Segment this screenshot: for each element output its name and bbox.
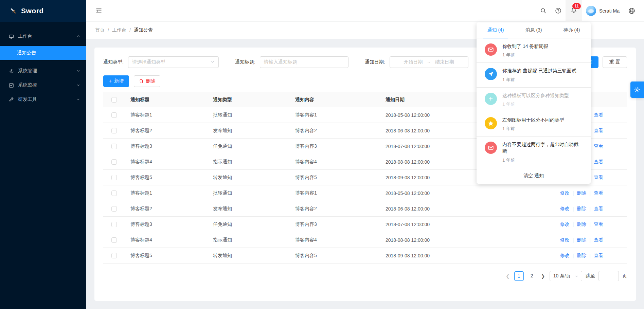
add-button[interactable]: + 新增 — [103, 75, 129, 87]
trash-icon — [139, 79, 144, 84]
row-actions: 修改|删除|查看 — [535, 237, 627, 243]
notification-bell-button[interactable]: 11 — [566, 0, 582, 22]
col-header-title: 通知标题 — [125, 97, 208, 103]
view-link[interactable]: 查看 — [594, 237, 603, 243]
row-checkbox[interactable] — [111, 159, 117, 165]
sidebar-item-workbench[interactable]: 工作台 — [0, 29, 86, 43]
delete-link[interactable]: 删除 — [577, 221, 586, 228]
cell-date: 2018-08-08 12:00:00 — [380, 237, 535, 243]
cell-title: 博客标题4 — [125, 237, 208, 243]
tab-notice[interactable]: 通知 (4) — [477, 22, 515, 38]
sidebar-item-system-mgmt[interactable]: 系统管理 — [0, 64, 86, 78]
date-start-placeholder: 开始日期 — [404, 59, 423, 65]
notification-title: 这种模板可以区分多种通知类型 — [502, 92, 569, 99]
jump-label: 跳至 — [586, 273, 595, 279]
title-label: 通知标题: — [235, 59, 255, 65]
type-select[interactable]: 请选择通知类型 — [128, 56, 219, 68]
view-link[interactable]: 查看 — [594, 128, 603, 134]
row-checkbox[interactable] — [111, 128, 117, 133]
notification-item[interactable]: 左侧图标用于区分不同的类型 1 年前 — [477, 112, 591, 137]
type-label: 通知类型: — [103, 59, 124, 65]
delete-link[interactable]: 删除 — [577, 190, 586, 196]
breadcrumb-workbench[interactable]: 工作台 — [112, 27, 126, 33]
chevron-down-icon — [76, 97, 80, 102]
notification-item[interactable]: 内容不要超过两行字，超出时自动截断 1 年前 — [477, 137, 591, 168]
sidebar-item-label: 通知公告 — [17, 50, 36, 56]
jump-page-input[interactable] — [598, 271, 619, 281]
cell-title: 博客标题3 — [125, 221, 208, 228]
delete-link[interactable]: 删除 — [577, 253, 586, 259]
tab-todo[interactable]: 待办 (4) — [553, 22, 591, 38]
view-link[interactable]: 查看 — [594, 159, 603, 165]
page-1-button[interactable]: 1 — [514, 271, 524, 281]
prev-page-icon[interactable]: ❮ — [505, 274, 511, 279]
theme-settings-button[interactable] — [630, 81, 644, 98]
notification-item[interactable]: 这种模板可以区分多种通知类型 1 年前 — [477, 88, 591, 112]
sidebar-item-notice[interactable]: 通知公告 — [0, 46, 86, 60]
help-icon[interactable] — [551, 0, 566, 22]
next-page-icon[interactable]: ❯ — [540, 274, 546, 279]
view-link[interactable]: 查看 — [594, 221, 603, 228]
cell-title: 博客标题2 — [125, 128, 208, 134]
cell-content: 博客内容2 — [290, 128, 380, 134]
paper-plane-icon — [485, 68, 497, 80]
search-icon[interactable] — [536, 0, 551, 22]
row-checkbox[interactable] — [111, 222, 117, 227]
row-checkbox[interactable] — [111, 253, 117, 258]
row-checkbox[interactable] — [111, 206, 117, 212]
notification-item[interactable]: 你收到了 14 份新周报 1 年前 — [477, 38, 591, 63]
title-input-placeholder: 请输入通知标题 — [264, 59, 297, 65]
edit-link[interactable]: 修改 — [560, 190, 570, 196]
cell-date: 2018-09-08 12:00:00 — [380, 253, 535, 258]
edit-link[interactable]: 修改 — [560, 253, 570, 259]
view-link[interactable]: 查看 — [594, 206, 603, 212]
view-link[interactable]: 查看 — [594, 112, 603, 118]
view-link[interactable]: 查看 — [594, 253, 603, 259]
sidebar-item-system-monitor[interactable]: 系统监控 — [0, 78, 86, 92]
edit-link[interactable]: 修改 — [560, 206, 570, 212]
breadcrumb-home[interactable]: 首页 — [95, 27, 105, 33]
view-link[interactable]: 查看 — [594, 175, 603, 181]
notification-item[interactable]: 你推荐的 曲妮妮 已通过第三轮面试 1 年前 — [477, 63, 591, 87]
cell-title: 博客标题4 — [125, 159, 208, 165]
avatar — [586, 6, 596, 16]
date-range-input[interactable]: 开始日期 ~ 结束日期 — [390, 56, 468, 68]
cell-type: 任免通知 — [208, 143, 290, 149]
cell-type: 发布通知 — [208, 128, 290, 134]
star-icon — [485, 117, 497, 129]
row-checkbox[interactable] — [111, 237, 117, 243]
breadcrumb-separator: / — [129, 28, 131, 33]
logo[interactable]: Sword — [0, 0, 86, 22]
reset-button[interactable]: 重 置 — [603, 56, 627, 68]
edit-link[interactable]: 修改 — [560, 237, 570, 243]
row-checkbox[interactable] — [111, 112, 117, 118]
select-all-checkbox[interactable] — [111, 97, 117, 103]
cell-type: 指示通知 — [208, 237, 290, 243]
row-checkbox[interactable] — [111, 144, 117, 149]
globe-icon[interactable] — [624, 0, 639, 22]
clear-notifications-button[interactable]: 清空 通知 — [477, 168, 591, 184]
notification-title: 内容不要超过两行字，超出时自动截断 — [502, 141, 583, 155]
page-2-button[interactable]: 2 — [527, 271, 537, 281]
delete-button[interactable]: 删除 — [134, 75, 160, 87]
title-input[interactable]: 请输入通知标题 — [260, 56, 348, 68]
edit-link[interactable]: 修改 — [560, 221, 570, 228]
row-checkbox[interactable] — [111, 175, 117, 180]
cell-date: 2018-05-08 12:00:00 — [380, 190, 535, 196]
cell-title: 博客标题5 — [125, 175, 208, 181]
tab-message[interactable]: 消息 (3) — [515, 22, 553, 38]
view-link[interactable]: 查看 — [594, 143, 603, 149]
row-checkbox[interactable] — [111, 190, 117, 196]
cell-type: 批转通知 — [208, 112, 290, 118]
sidebar-item-label: 系统监控 — [18, 82, 37, 88]
delete-link[interactable]: 删除 — [577, 206, 586, 212]
menu-fold-icon[interactable] — [93, 5, 105, 17]
table-row: 博客标题4 指示通知 博客内容4 2018-08-08 12:00:00 修改|… — [103, 232, 627, 248]
page-size-select[interactable]: 10 条/页 — [550, 271, 582, 281]
delete-link[interactable]: 删除 — [577, 237, 586, 243]
sidebar-item-dev-tools[interactable]: 研发工具 — [0, 92, 86, 107]
filter-title: 通知标题: 请输入通知标题 — [235, 56, 348, 68]
view-link[interactable]: 查看 — [594, 190, 603, 196]
user-menu[interactable]: Serati Ma — [582, 0, 624, 22]
app-root: Sword 工作台 通知公告 系统管理 — [0, 0, 644, 309]
